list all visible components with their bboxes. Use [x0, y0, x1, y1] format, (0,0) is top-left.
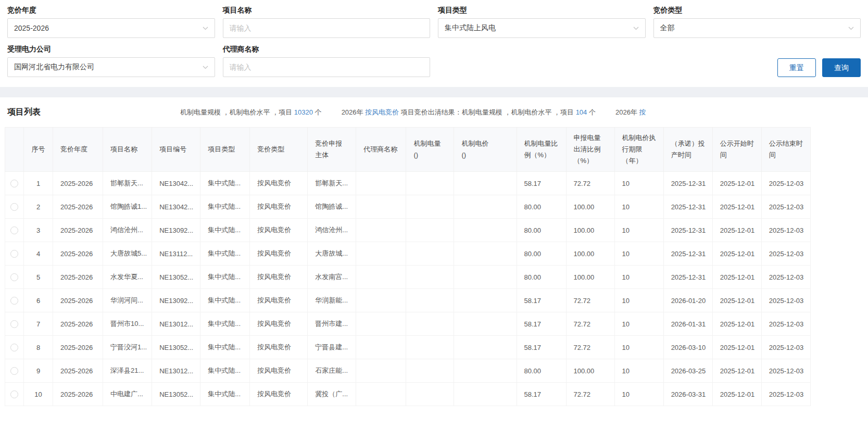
table-cell: 大唐故城... [308, 242, 356, 266]
table-cell: 鸿信沧州... [103, 219, 152, 242]
table-cell: 58.17 [517, 289, 566, 312]
chevron-down-icon [633, 27, 639, 30]
bid-year-select[interactable]: 2025-2026 [7, 18, 215, 38]
table-cell: 10 [614, 312, 663, 336]
filter-actions: 重置 查询 [653, 39, 861, 77]
table-cell: 72.72 [566, 172, 614, 195]
project-name-label: 项目名称 [223, 0, 431, 18]
table-cell: NE13112... [152, 242, 200, 266]
table-cell: NE13042... [152, 172, 200, 195]
row-select-cell [5, 312, 24, 336]
power-company-select[interactable]: 国网河北省电力有限公司 [7, 57, 215, 77]
stats-current-summary: 机制电量规模 ，机制电价水平 ，项目 10320 个 [180, 108, 322, 117]
table-cell: 集中式陆... [200, 312, 250, 336]
project-name-input[interactable] [223, 18, 431, 38]
table-cell: 水发南宫... [308, 266, 356, 289]
table-cell: 2025-12-03 [761, 172, 810, 195]
row-radio[interactable] [10, 344, 18, 351]
table-cell: 2025-12-01 [712, 242, 761, 266]
table-cell: 冀投（广... [308, 383, 356, 406]
table-cell: 100.00 [566, 242, 614, 266]
column-header: 竞价申报主体 [308, 128, 356, 172]
table-cell: 6 [24, 289, 53, 312]
table-cell: 按风电竞价 [250, 195, 308, 219]
reset-button[interactable]: 重置 [777, 58, 816, 77]
row-radio[interactable] [10, 226, 18, 234]
table-cell: 馆陶皓诚... [308, 195, 356, 219]
row-select-cell [5, 195, 24, 219]
row-select-cell [5, 219, 24, 242]
table-cell: 2025-2026 [53, 359, 103, 383]
truncated-link[interactable]: 按 [639, 108, 646, 116]
table-cell: 深泽县21... [103, 359, 152, 383]
row-radio[interactable] [10, 180, 18, 187]
table-cell: 宁晋县建... [308, 336, 356, 359]
table-cell: 10 [614, 219, 663, 242]
column-header: 机制电价 () [454, 128, 517, 172]
table-cell: 2025-12-01 [712, 195, 761, 219]
row-radio[interactable] [10, 273, 18, 281]
table-cell [454, 383, 517, 406]
row-radio[interactable] [10, 203, 18, 211]
project-table-container: 序号竞价年度项目名称项目编号项目类型竞价类型竞价申报主体代理商名称机制电量 ()… [0, 127, 868, 406]
bid-year-value: 2025-2026 [14, 24, 198, 32]
table-cell: 10 [24, 383, 53, 406]
table-cell: 邯郸新天... [308, 172, 356, 195]
table-cell [356, 219, 406, 242]
page-title: 项目列表 [7, 107, 41, 118]
row-radio[interactable] [10, 297, 18, 305]
table-cell: 80.00 [517, 219, 566, 242]
project-count-link[interactable]: 10320 [294, 108, 313, 116]
table-cell: 华润新能... [308, 289, 356, 312]
table-cell: NE13012... [152, 359, 200, 383]
table-cell [356, 312, 406, 336]
wind-bid-link[interactable]: 按风电竞价 [365, 108, 399, 116]
table-cell: 10 [614, 172, 663, 195]
table-cell [454, 359, 517, 383]
table-cell: 按风电竞价 [250, 266, 308, 289]
bid-type-select[interactable]: 全部 [653, 18, 861, 38]
list-header: 项目列表 机制电量规模 ，机制电价水平 ，项目 10320 个 2026年 按风… [0, 97, 868, 127]
table-cell: 10 [614, 359, 663, 383]
table-cell [454, 266, 517, 289]
column-header: 公示开始时间 [712, 128, 761, 172]
table-cell: 2 [24, 195, 53, 219]
table-row: 102025-2026中电建广...NE13052...集中式陆...按风电竞价… [5, 383, 811, 406]
row-radio[interactable] [10, 250, 18, 258]
table-row: 32025-2026鸿信沧州...NE13092...集中式陆...按风电竞价鸿… [5, 219, 811, 242]
table-cell: 2025-12-01 [712, 383, 761, 406]
row-radio[interactable] [10, 367, 18, 375]
row-radio[interactable] [10, 390, 18, 398]
table-row: 62025-2026华润河间...NE13092...集中式陆...按风电竞价华… [5, 289, 811, 312]
table-cell: 按风电竞价 [250, 383, 308, 406]
table-cell: 宁晋洨河1... [103, 336, 152, 359]
filter-power-company: 受理电力公司 国网河北省电力有限公司 [7, 39, 215, 77]
table-row: 92025-2026深泽县21...NE13012...集中式陆...按风电竞价… [5, 359, 811, 383]
section-divider [0, 87, 868, 97]
row-radio[interactable] [10, 320, 18, 328]
table-cell: 2025-12-31 [663, 266, 712, 289]
filter-project-name: 项目名称 [223, 0, 431, 38]
table-cell: 10 [614, 383, 663, 406]
project-count-2026-link[interactable]: 104 [576, 108, 587, 116]
table-cell: 2025-2026 [53, 312, 103, 336]
table-cell: 10 [614, 336, 663, 359]
table-cell: 100.00 [566, 195, 614, 219]
column-header: 机制电价执行期限（年） [614, 128, 663, 172]
table-cell: 58.17 [517, 172, 566, 195]
table-cell: 集中式陆... [200, 242, 250, 266]
column-header: 申报电量出清比例（%） [566, 128, 614, 172]
table-row: 42025-2026大唐故城5...NE13112...集中式陆...按风电竞价… [5, 242, 811, 266]
table-cell: NE13042... [152, 195, 200, 219]
query-button[interactable]: 查询 [822, 58, 861, 77]
table-cell: 2025-12-31 [663, 242, 712, 266]
project-type-select[interactable]: 集中式陆上风电 [438, 18, 646, 38]
table-cell: NE13092... [152, 219, 200, 242]
table-cell: 2026-01-20 [663, 289, 712, 312]
filter-panel: 竞价年度 2025-2026 项目名称 项目类型 集中式陆上风电 竞价类型 [0, 0, 868, 87]
table-cell: 10 [614, 195, 663, 219]
agent-name-input[interactable] [223, 57, 431, 77]
select-column-header [5, 128, 24, 172]
filter-project-type: 项目类型 集中式陆上风电 [438, 0, 646, 38]
table-cell: 80.00 [517, 195, 566, 219]
